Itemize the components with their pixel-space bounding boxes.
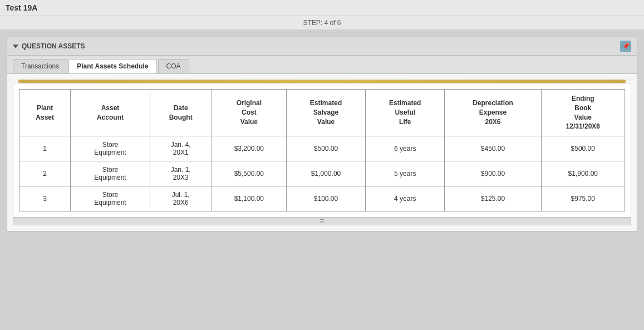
col-plant-asset: PlantAsset [19,90,71,136]
main-panel: QUESTION ASSETS 📌 Transactions Plant Ass… [7,37,637,232]
scroll-container[interactable]: PlantAsset AssetAccount DateBought Origi… [13,83,631,225]
col-estimated-useful: EstimatedUsefulLife [366,90,445,136]
cell-plant-asset: 3 [19,186,71,211]
cell-original-cost: $1,100.00 [212,186,286,211]
tab-transactions[interactable]: Transactions [13,59,67,73]
bottom-scroll-bar[interactable]: ☰ [13,217,631,225]
collapse-icon[interactable] [13,45,18,48]
cell-original-cost: $5,500.00 [212,161,286,186]
cell-plant-asset: 1 [19,136,71,161]
tab-coa[interactable]: COA [158,59,189,73]
tabs-bar: Transactions Plant Assets Schedule COA [7,56,637,74]
table-row: 1StoreEquipmentJan. 4,20X1$3,200.00$500.… [19,136,625,161]
scroll-icon: ☰ [319,218,325,224]
cell-asset-account: StoreEquipment [71,186,150,211]
cell-ending-book-value: $1,900.00 [541,161,625,186]
cell-estimated-salvage: $1,000.00 [286,161,365,186]
cell-estimated-useful: 6 years [366,136,445,161]
step-bar: STEP: 4 of 6 [0,16,644,30]
table-row: 2StoreEquipmentJan. 1,20X3$5,500.00$1,00… [19,161,625,186]
cell-date-bought: Jan. 4,20X1 [150,136,212,161]
panel-title: QUESTION ASSETS [22,42,85,50]
content-area: PlantAsset AssetAccount DateBought Origi… [7,74,637,231]
table-wrapper: PlantAsset AssetAccount DateBought Origi… [13,83,631,217]
panel-header-left: QUESTION ASSETS [13,42,85,50]
cell-plant-asset: 2 [19,161,71,186]
cell-ending-book-value: $500.00 [541,136,625,161]
col-date-bought: DateBought [150,90,212,136]
cell-depreciation-expense: $125.00 [445,186,541,211]
cell-asset-account: StoreEquipment [71,161,150,186]
cell-depreciation-expense: $900.00 [445,161,541,186]
tab-plant-assets-schedule[interactable]: Plant Assets Schedule [68,59,156,73]
cell-estimated-salvage: $100.00 [286,186,365,211]
col-depreciation-expense: DepreciationExpense20X6 [445,90,541,136]
plant-assets-table: PlantAsset AssetAccount DateBought Origi… [19,89,625,211]
col-estimated-salvage: EstimatedSalvageValue [286,90,365,136]
cell-ending-book-value: $975.00 [541,186,625,211]
cell-date-bought: Jan. 1,20X3 [150,161,212,186]
cell-estimated-useful: 4 years [366,186,445,211]
cell-estimated-useful: 5 years [366,161,445,186]
col-ending-book-value: EndingBookValue12/31/20X6 [541,90,625,136]
col-asset-account: AssetAccount [71,90,150,136]
cell-date-bought: Jul. 1,20X6 [150,186,212,211]
cell-estimated-salvage: $500.00 [286,136,365,161]
top-bar: Test 19A [0,0,644,16]
col-original-cost: OriginalCostValue [212,90,286,136]
cell-original-cost: $3,200.00 [212,136,286,161]
cell-asset-account: StoreEquipment [71,136,150,161]
panel-header: QUESTION ASSETS 📌 [7,37,637,56]
page-title: Test 19A [6,3,37,12]
cell-depreciation-expense: $450.00 [445,136,541,161]
table-row: 3StoreEquipmentJul. 1,20X6$1,100.00$100.… [19,186,625,211]
pin-button[interactable]: 📌 [620,41,631,52]
step-label: STEP: 4 of 6 [303,19,341,27]
